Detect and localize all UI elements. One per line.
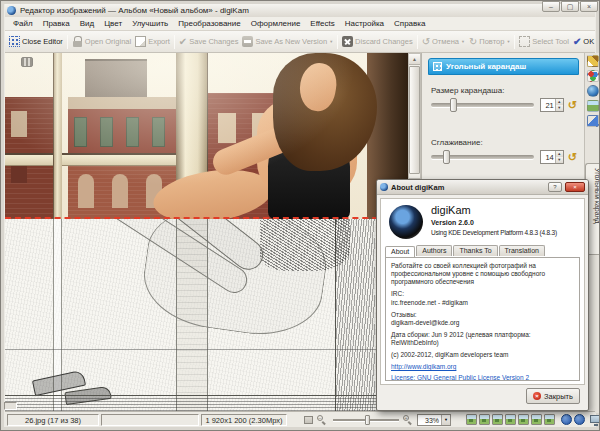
tab-thanks-to[interactable]: Thanks To <box>453 245 497 256</box>
zoom-dropdown-icon[interactable]: ▼ <box>441 415 450 425</box>
theme-thumbnail-button[interactable] <box>518 414 529 425</box>
canvas-vertical-scrollbar[interactable]: ▲ <box>408 53 421 179</box>
dropdown-arrow-icon[interactable]: ▼ <box>461 39 465 44</box>
menu-settings[interactable]: Настройка <box>340 17 389 30</box>
undo-icon: ↺ <box>422 36 430 47</box>
app-name: digiKam <box>431 204 471 216</box>
versions-tab-icon[interactable] <box>587 115 599 127</box>
ok-button[interactable]: ✔ OK <box>571 34 595 49</box>
fit-to-window-icon[interactable] <box>304 416 313 424</box>
about-tab-panel: Работайте со своей коллекцией фотографий… <box>385 257 580 381</box>
pan-overlay-icon[interactable] <box>21 57 33 67</box>
dialog-tabs: About Authors Thanks To Translation <box>385 245 545 256</box>
spin-down-icon[interactable]: ▼ <box>556 157 563 163</box>
current-file-info: 26.jpg (17 из 38) <box>7 414 99 426</box>
title-bar[interactable]: Редактор изображений — Альбом «Новый аль… <box>5 4 595 17</box>
ok-check-icon: ✔ <box>573 36 581 47</box>
smoothing-slider[interactable] <box>431 155 534 159</box>
dialog-close-button[interactable]: × <box>565 182 585 192</box>
save-changes-button[interactable]: ✔ Save Changes <box>177 34 241 49</box>
website-link[interactable]: http://www.digikam.org <box>391 363 574 371</box>
menu-decorate[interactable]: Оформление <box>246 17 306 30</box>
sketch-torso-hatch <box>260 219 350 271</box>
preview-split-line[interactable] <box>5 217 408 219</box>
theme-thumbnail-button[interactable] <box>505 414 516 425</box>
menu-file[interactable]: Файл <box>8 17 38 30</box>
charcoal-tool-icon <box>433 62 442 71</box>
menu-color[interactable]: Цвет <box>99 17 127 30</box>
reset-icon[interactable]: ↺ <box>568 100 577 111</box>
menu-view[interactable]: Вид <box>75 17 99 30</box>
ok-label: OK <box>583 37 594 46</box>
maximize-button[interactable]: ▢ <box>561 1 579 12</box>
theme-thumbnail-button[interactable] <box>531 414 542 425</box>
theme-thumbnail-button[interactable] <box>544 414 555 425</box>
menu-help[interactable]: Справка <box>389 17 430 30</box>
tab-translation[interactable]: Translation <box>499 245 545 256</box>
exposure-indicator-icon[interactable] <box>574 414 585 425</box>
menu-enhance[interactable]: Улучшить <box>127 17 173 30</box>
menu-bar: Файл Правка Вид Цвет Улучшить Преобразов… <box>5 17 595 31</box>
open-original-button[interactable]: Open Original <box>70 34 133 49</box>
select-tool-button[interactable]: Select Tool <box>517 34 571 49</box>
photo-original-region <box>5 53 408 219</box>
save-as-new-version-button[interactable]: Save As New Version ▼ <box>240 34 335 49</box>
zoom-percent-combo[interactable]: 33% ▼ <box>417 414 451 426</box>
toolbar-separator <box>174 35 175 49</box>
colors-tab-icon[interactable] <box>587 100 599 112</box>
pencil-size-spinbox[interactable]: 21 ▲ ▼ <box>540 98 564 112</box>
menu-edit[interactable]: Правка <box>38 17 75 30</box>
spin-down-icon[interactable]: ▼ <box>556 105 563 111</box>
minimize-button[interactable]: – <box>542 1 560 12</box>
toolbar-separator <box>417 35 418 49</box>
menu-effects[interactable]: Effects <box>305 17 339 30</box>
properties-tab-icon[interactable] <box>587 55 599 67</box>
zoom-slider-handle[interactable] <box>365 415 370 425</box>
theme-thumbnail-button[interactable] <box>479 414 490 425</box>
redo-button[interactable]: ↻ Повтор ▼ <box>467 34 512 49</box>
color-managed-view-icon[interactable] <box>590 415 600 423</box>
progress-area <box>101 414 199 426</box>
close-dialog-button[interactable]: × Закрыть <box>526 388 580 404</box>
dialog-title-bar[interactable]: About digiKam ? × <box>377 180 588 195</box>
scrollbar-corner-box <box>4 402 17 410</box>
export-button[interactable]: Export <box>133 34 172 49</box>
feedback-value: digikam-devel@kde.org <box>391 319 574 327</box>
zoom-slider[interactable] <box>333 419 399 421</box>
license-link[interactable]: License: GNU General Public License Vers… <box>391 374 574 381</box>
tab-about[interactable]: About <box>385 246 415 257</box>
scrollbar-thumb[interactable] <box>409 66 420 174</box>
main-window: Редактор изображений — Альбом «Новый аль… <box>0 0 600 431</box>
dropdown-arrow-icon[interactable]: ▼ <box>329 39 333 44</box>
undo-label: Отмена <box>432 37 459 46</box>
theme-thumbnail-button[interactable] <box>492 414 503 425</box>
menu-transform[interactable]: Преобразование <box>173 17 245 30</box>
zoom-in-icon[interactable]: + <box>403 415 413 425</box>
tab-authors[interactable]: Authors <box>416 245 452 256</box>
theme-thumbnail-button[interactable] <box>466 414 477 425</box>
geolocation-tab-icon[interactable] <box>587 85 599 97</box>
smoothing-value: 14 <box>541 153 555 162</box>
slider-handle[interactable] <box>450 98 457 112</box>
scrollbar-up-arrow[interactable]: ▲ <box>409 54 420 65</box>
discard-changes-button[interactable]: Discard Changes <box>340 34 415 49</box>
about-description: Работайте со своей коллекцией фотографий… <box>391 262 574 286</box>
spin-buttons: ▲ ▼ <box>555 99 563 111</box>
magnifier-handle <box>322 421 326 425</box>
undo-button[interactable]: ↺ Отмена ▼ <box>420 34 467 49</box>
exposure-indicator-icon[interactable] <box>561 414 572 425</box>
image-canvas[interactable] <box>5 53 408 411</box>
smoothing-spinbox[interactable]: 14 ▲ ▼ <box>540 150 564 164</box>
close-button[interactable]: × <box>580 1 598 12</box>
slider-handle[interactable] <box>443 150 450 164</box>
dialog-help-button[interactable]: ? <box>548 182 562 192</box>
digikam-icon <box>380 183 388 191</box>
close-editor-button[interactable]: Close Editor <box>7 34 65 49</box>
zoom-percent-value: 33% <box>418 417 441 424</box>
dropdown-arrow-icon[interactable]: ▼ <box>506 39 510 44</box>
metadata-tab-icon[interactable] <box>587 70 599 82</box>
pencil-size-slider[interactable] <box>431 103 534 107</box>
zoom-out-icon[interactable]: − <box>317 415 327 425</box>
tool-panel-header: Угольный карандаш <box>428 58 579 75</box>
reset-icon[interactable]: ↺ <box>568 152 577 163</box>
